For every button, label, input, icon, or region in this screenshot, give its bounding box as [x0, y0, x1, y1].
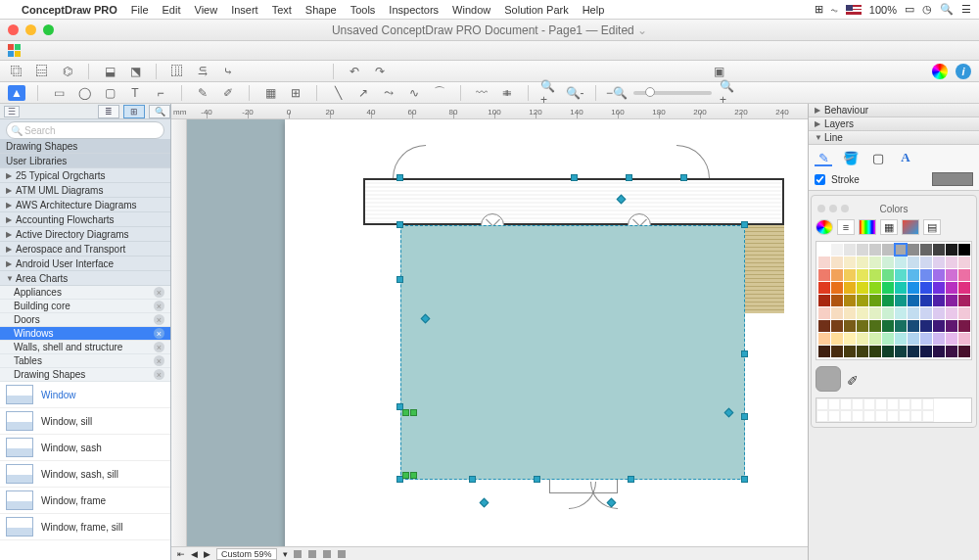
toolbar-tree-icon[interactable]: ⌬ [59, 64, 76, 79]
window-minimize-button[interactable] [25, 24, 36, 35]
color-swatch[interactable] [895, 320, 907, 332]
inspector-layers[interactable]: ▶Layers [809, 117, 979, 131]
tool-pencil[interactable]: ✐ [219, 85, 237, 101]
cp-mode-custom-icon[interactable]: ▤ [923, 219, 941, 235]
color-swatch[interactable] [882, 269, 894, 281]
color-swatch[interactable] [946, 295, 957, 306]
color-swatch[interactable] [831, 333, 843, 345]
color-swatch[interactable] [946, 346, 957, 357]
color-swatch[interactable] [933, 307, 945, 319]
sub-building-core[interactable]: Building core× [0, 300, 170, 313]
tray-flag-icon[interactable] [846, 5, 862, 15]
menu-view[interactable]: View [195, 4, 218, 16]
close-icon[interactable]: × [154, 355, 164, 366]
lib-aerospace[interactable]: ▶Aerospace and Transport [0, 242, 170, 257]
color-swatch[interactable] [857, 307, 868, 319]
shape-window-sill[interactable]: Window, sill [0, 408, 170, 435]
color-swatch[interactable] [908, 257, 919, 268]
menu-insert[interactable]: Insert [231, 4, 258, 16]
close-icon[interactable]: × [154, 342, 164, 352]
selection-handle[interactable] [628, 476, 634, 483]
menu-inspectors[interactable]: Inspectors [389, 4, 439, 16]
selection-handle[interactable] [741, 221, 748, 228]
color-swatch[interactable] [946, 244, 957, 256]
color-swatch[interactable] [882, 257, 894, 268]
tool-arrow[interactable]: ↗ [354, 85, 372, 101]
color-swatch[interactable] [895, 269, 907, 281]
color-swatch[interactable] [895, 257, 907, 268]
color-swatch[interactable] [869, 346, 881, 357]
color-swatch[interactable] [946, 269, 957, 281]
shape-window-sash-sill[interactable]: Window, sash, sill [0, 461, 170, 488]
libheader-user-libraries[interactable]: User Libraries [0, 154, 170, 168]
color-swatch[interactable] [869, 282, 881, 294]
eyedropper-icon[interactable]: ✐ [847, 373, 859, 389]
color-swatch[interactable] [908, 346, 919, 357]
color-swatch[interactable] [831, 346, 843, 357]
color-swatch[interactable] [831, 282, 843, 294]
selection-handle[interactable] [396, 276, 403, 283]
color-swatch[interactable] [844, 333, 856, 345]
zoom-dropdown-icon[interactable]: ▾ [283, 549, 288, 559]
selection-handle[interactable] [741, 350, 748, 357]
tray-grid-icon[interactable]: ⊞ [815, 3, 823, 16]
color-swatch[interactable] [882, 244, 894, 256]
color-swatch[interactable] [818, 257, 830, 268]
color-swatch[interactable] [920, 244, 932, 256]
color-swatch[interactable] [882, 307, 894, 319]
color-swatch[interactable] [869, 269, 881, 281]
color-swatch[interactable] [958, 257, 970, 268]
door-arc[interactable] [393, 145, 426, 178]
selection-handle[interactable] [680, 174, 687, 181]
sub-drawing-shapes[interactable]: Drawing Shapes× [0, 368, 170, 382]
canvas-viewport[interactable] [171, 119, 808, 546]
color-swatch[interactable] [882, 282, 894, 294]
shape-edit-handle[interactable] [410, 409, 417, 416]
close-icon[interactable]: × [154, 328, 164, 339]
color-swatch[interactable] [857, 346, 868, 357]
color-swatch[interactable] [882, 346, 894, 357]
shape-edit-handle[interactable] [410, 472, 417, 479]
line-tab-text-icon[interactable]: A [897, 151, 914, 166]
color-swatch[interactable] [844, 282, 856, 294]
color-swatch[interactable] [933, 244, 945, 256]
color-swatch[interactable] [869, 295, 881, 306]
zoom-readout[interactable]: Custom 59% [216, 548, 277, 560]
cp-mode-spectrum-icon[interactable] [859, 219, 876, 235]
tool-zoomin[interactable]: 🔍+ [540, 85, 558, 101]
tool-table[interactable]: ⊞ [287, 85, 304, 101]
connector-handle[interactable] [480, 498, 490, 508]
cp-mode-swatches-icon[interactable]: ▦ [880, 219, 898, 235]
tool-polyline[interactable]: ⩨ [498, 85, 516, 101]
color-swatch[interactable] [908, 244, 919, 256]
selection-handle[interactable] [626, 174, 632, 181]
tool-spline[interactable]: 〰 [473, 85, 490, 101]
color-swatch[interactable] [857, 257, 868, 268]
color-swatch[interactable] [933, 269, 945, 281]
color-swatch[interactable] [818, 295, 830, 306]
color-swatch[interactable] [895, 282, 907, 294]
color-swatch[interactable] [869, 333, 881, 345]
color-swatch[interactable] [857, 320, 868, 332]
color-swatch[interactable] [818, 269, 830, 281]
close-icon[interactable]: × [154, 301, 164, 311]
color-swatch[interactable] [908, 307, 919, 319]
app-name[interactable]: ConceptDraw PRO [22, 4, 117, 16]
color-swatch[interactable] [946, 320, 957, 332]
color-swatch[interactable] [946, 282, 957, 294]
lib-atm-uml[interactable]: ▶ATM UML Diagrams [0, 183, 170, 198]
tool-text[interactable]: T [126, 85, 144, 101]
color-swatch[interactable] [844, 269, 856, 281]
color-swatch[interactable] [869, 320, 881, 332]
sub-tables[interactable]: Tables× [0, 354, 170, 368]
color-swatch[interactable] [933, 282, 945, 294]
color-swatch[interactable] [895, 307, 907, 319]
line-tab-stroke-icon[interactable]: ✎ [815, 151, 832, 166]
stroke-color-swatch[interactable] [932, 172, 973, 186]
color-swatch[interactable] [958, 333, 970, 345]
color-swatch[interactable] [831, 320, 843, 332]
inspector-line[interactable]: ▼Line [809, 131, 979, 145]
scroll-left-icon[interactable]: ◀ [191, 549, 198, 559]
cp-mode-wheel-icon[interactable] [816, 219, 833, 235]
sub-appliances[interactable]: Appliances× [0, 286, 170, 300]
